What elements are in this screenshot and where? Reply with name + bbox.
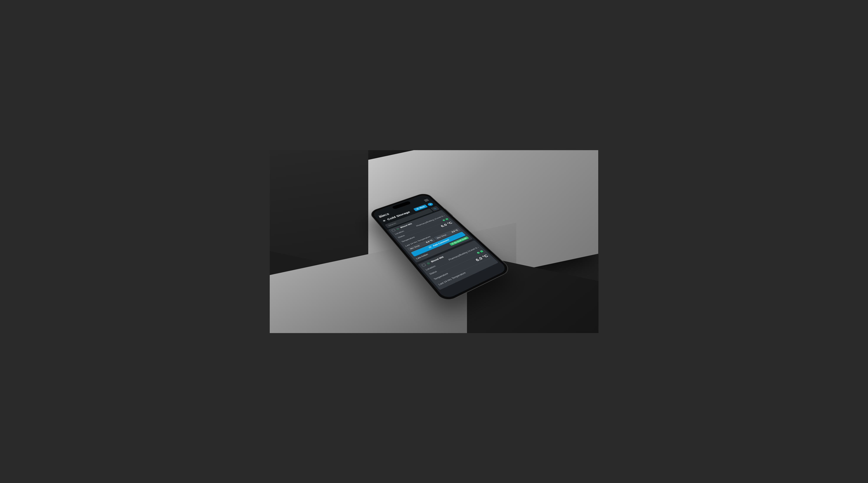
- card-checkbox[interactable]: [392, 229, 396, 232]
- svg-point-1: [434, 208, 436, 209]
- mute-icon: [416, 208, 420, 210]
- search-icon: [433, 207, 437, 210]
- min-value: 6.0 °C: [426, 239, 433, 244]
- snowflake-icon: ❄: [382, 219, 387, 222]
- status-ok-icon: [442, 219, 446, 221]
- clock-icon: [451, 243, 454, 245]
- card-checkbox[interactable]: [422, 263, 426, 267]
- bell-icon: [396, 227, 400, 230]
- mute-label: Mute: [419, 206, 425, 209]
- comment-icon: [428, 246, 432, 249]
- status-square-icon: [480, 250, 484, 253]
- max-value: 6.0 °C: [451, 229, 459, 233]
- confirm-button[interactable]: [427, 202, 434, 206]
- status-ok-icon: [476, 252, 480, 254]
- menu-button[interactable]: [424, 199, 429, 201]
- bell-icon: [426, 262, 431, 265]
- status-square-icon: [445, 218, 449, 220]
- scene-background: open BMCS ❄ Cold Storage: [270, 150, 598, 333]
